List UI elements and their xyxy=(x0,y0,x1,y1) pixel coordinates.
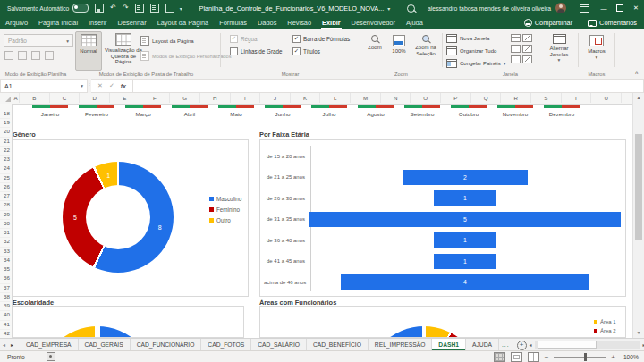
menu-tab-dados[interactable]: Dados xyxy=(252,16,282,29)
column-header-L[interactable]: L xyxy=(321,93,352,103)
restore-button[interactable] xyxy=(612,0,628,16)
pie-chart[interactable] xyxy=(39,326,156,338)
custom-views-button[interactable]: Modos de Exibição Personalizados xyxy=(140,51,232,61)
column-header-U[interactable]: U xyxy=(591,93,622,103)
column-header-I[interactable]: I xyxy=(231,93,261,103)
sheet-tab-cad_salário[interactable]: CAD_SALÁRIO xyxy=(251,339,307,350)
menu-tab-ajuda[interactable]: Ajuda xyxy=(401,16,428,29)
undo-icon[interactable]: ↶ xyxy=(110,4,116,12)
column-header-K[interactable]: K xyxy=(291,93,321,103)
horizontal-scrollbar[interactable]: ◂ ▸ xyxy=(527,339,644,350)
sheet-tab-cad_benefício[interactable]: CAD_BENEFÍCIO xyxy=(307,339,369,350)
sheet-tab-cad_empresa[interactable]: CAD_EMPRESA xyxy=(20,339,79,350)
quick-access-customize-icon[interactable]: ▾ xyxy=(180,5,182,12)
month-cell-junho[interactable]: Junho xyxy=(259,105,306,124)
keep-view-icon[interactable] xyxy=(4,51,13,60)
new-view-icon[interactable] xyxy=(31,51,40,60)
document-title-button[interactable]: Planilha_de_Controle_de_Funcionários_V6_… xyxy=(199,4,391,13)
normal-view-button[interactable]: Normal xyxy=(75,31,102,71)
scrollbar-track[interactable] xyxy=(535,341,640,349)
checkbox-linhas-de-grade[interactable]: Linhas de Grade xyxy=(230,47,283,55)
month-cell-janeiro[interactable]: Janeiro xyxy=(27,105,73,124)
hide-icon[interactable] xyxy=(511,45,521,53)
zoom-in-icon[interactable]: + xyxy=(611,353,615,361)
autosave-toggle[interactable] xyxy=(72,4,89,13)
enter-icon[interactable]: ✓ xyxy=(109,82,114,89)
sheet-nav-right-icon[interactable]: ▸ xyxy=(8,339,16,350)
zoom-out-icon[interactable]: − xyxy=(545,353,549,361)
zoom-button[interactable]: Zoom xyxy=(363,33,386,51)
column-header-O[interactable]: O xyxy=(411,93,441,103)
column-header-D[interactable]: D xyxy=(80,93,110,103)
share-button[interactable]: Compartilhar xyxy=(517,16,580,29)
new-window-button[interactable]: Nova Janela xyxy=(446,34,489,43)
column-header-C[interactable]: C xyxy=(50,93,80,103)
row-header-42[interactable]: 42 xyxy=(0,329,10,338)
save-icon[interactable] xyxy=(95,4,104,13)
arrange-all-button[interactable]: Organizar Tudo xyxy=(446,46,496,55)
sheet-tab-cad_funcionário[interactable]: CAD_FUNCIONÁRIO xyxy=(131,339,202,350)
view-options-icon[interactable] xyxy=(45,51,54,60)
menu-tab-desenvolvedor[interactable]: Desenvolvedor xyxy=(346,16,401,29)
month-cell-abril[interactable]: Abril xyxy=(166,105,213,124)
menu-tab-revisão[interactable]: Revisão xyxy=(282,16,317,29)
scroll-up-icon[interactable]: ▲ xyxy=(633,93,644,103)
menu-tab-exibir[interactable]: Exibir xyxy=(317,16,346,29)
ribbon-display-options-icon[interactable] xyxy=(580,4,589,13)
menu-tab-página-inicial[interactable]: Página Inicial xyxy=(33,16,83,29)
column-header-M[interactable]: M xyxy=(351,93,381,103)
zoom-slider-thumb[interactable] xyxy=(584,353,587,361)
funnel-bar[interactable]: 1 xyxy=(434,232,496,248)
column-header-P[interactable]: P xyxy=(441,93,471,103)
scroll-down-icon[interactable]: ▼ xyxy=(633,328,644,338)
page-layout-view-icon[interactable] xyxy=(511,352,522,362)
macros-button[interactable]: Macros ▾ xyxy=(582,33,611,60)
funnel-bar[interactable]: 1 xyxy=(434,190,496,206)
checkbox-títulos[interactable]: ✓Títulos xyxy=(292,47,350,55)
freeze-panes-button[interactable]: Congelar Painéis ▾ xyxy=(446,59,505,68)
insert-function-icon[interactable]: fx xyxy=(121,83,126,89)
month-cell-setembro[interactable]: Setembro xyxy=(399,105,445,124)
zoom-to-selection-button[interactable]: Zoom na Seleção xyxy=(411,33,440,56)
column-header-H[interactable]: H xyxy=(200,93,231,103)
reset-window-position-icon[interactable] xyxy=(522,55,532,63)
pie-chart[interactable] xyxy=(366,326,482,338)
synchronous-scrolling-icon[interactable] xyxy=(522,45,532,53)
sheet-tab-ajuda[interactable]: AJUDA xyxy=(466,339,499,350)
checkbox-régua[interactable]: ✓Régua xyxy=(230,35,283,43)
quick-access-print-icon[interactable] xyxy=(150,4,159,13)
search-icon[interactable] xyxy=(407,4,415,13)
zoom-slider[interactable] xyxy=(554,357,606,358)
sheet-tab-cad_fotos[interactable]: CAD_FOTOS xyxy=(201,339,251,350)
month-cell-março[interactable]: Março xyxy=(120,105,166,124)
sheet-tab-rel_impressão[interactable]: REL_IMPRESSÃO xyxy=(369,339,433,350)
name-box[interactable]: A1 ▾ xyxy=(0,79,88,93)
vertical-scrollbar[interactable]: ▲ ▼ xyxy=(632,93,644,338)
column-header-S[interactable]: S xyxy=(531,93,562,103)
split-icon[interactable] xyxy=(511,34,521,42)
add-sheet-button[interactable]: + xyxy=(517,341,527,350)
column-header-F[interactable]: F xyxy=(140,93,171,103)
scroll-left-icon[interactable]: ◂ xyxy=(527,341,535,348)
column-header-E[interactable]: E xyxy=(110,93,140,103)
menu-tab-desenhar[interactable]: Desenhar xyxy=(113,16,152,29)
column-header-A[interactable]: A xyxy=(13,93,20,103)
column-header-N[interactable]: N xyxy=(381,93,411,103)
normal-view-icon[interactable] xyxy=(494,352,505,362)
chart-genero[interactable]: 851 MasculinoFemininoOutro xyxy=(13,139,249,297)
sheet-tab-cad_gerais[interactable]: CAD_GERAIS xyxy=(79,339,131,350)
switch-windows-button[interactable]: Alternar Janelas ▾ xyxy=(543,33,575,63)
page-layout-button[interactable]: Layout da Página xyxy=(140,36,194,46)
funnel-bar[interactable]: 1 xyxy=(434,254,496,269)
funnel-bar[interactable]: 4 xyxy=(341,274,589,290)
sheet-tab-dash1[interactable]: DASH1 xyxy=(432,339,466,350)
minimize-button[interactable]: — xyxy=(596,0,612,16)
chart-faixa-etaria[interactable]: de 15 a 20 anosde 21 a 25 anos2de 26 a 3… xyxy=(259,139,626,297)
unhide-icon[interactable] xyxy=(511,55,521,63)
month-cell-novembro[interactable]: Novembro xyxy=(492,105,538,124)
month-cell-dezembro[interactable]: Dezembro xyxy=(538,105,585,124)
column-header-B[interactable]: B xyxy=(20,93,50,103)
sheet-tabs-overflow[interactable]: ... xyxy=(499,339,513,350)
scrollbar-thumb[interactable] xyxy=(538,341,597,349)
menu-tab-layout-da-página[interactable]: Layout da Página xyxy=(152,16,215,29)
